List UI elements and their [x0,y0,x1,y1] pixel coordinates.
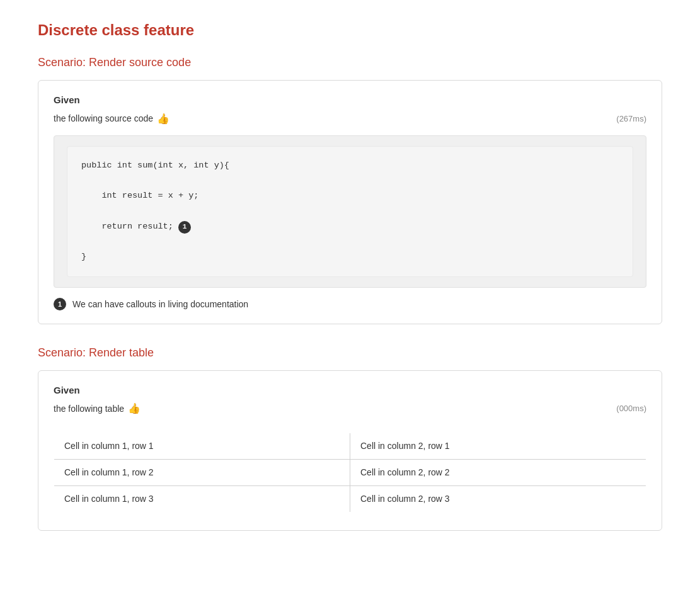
scenario2-step-text: the following table 👍 [54,401,141,416]
table-row: Cell in column 1, row 1Cell in column 2,… [54,433,646,460]
callout-circle-label: 1 [54,298,66,310]
table-cell: Cell in column 2, row 2 [350,460,646,486]
scenario1-title: Scenario: Render source code [38,54,662,71]
code-block: public int sum(int x, int y){ int result… [67,146,633,277]
scenario2-step-label: the following table [54,402,124,416]
scenario2-step-row: the following table 👍 (000ms) [54,401,646,416]
data-table: Cell in column 1, row 1Cell in column 2,… [54,433,646,513]
scenario1-step-label: the following source code [54,112,153,125]
table-cell: Cell in column 1, row 3 [54,486,350,513]
scenario2-box: Given the following table 👍 (000ms) Cell… [38,370,662,531]
page-title: Discrete class feature [38,19,662,42]
table-row: Cell in column 1, row 2Cell in column 2,… [54,460,646,486]
scenario2-title: Scenario: Render table [38,344,662,361]
table-cell: Cell in column 2, row 1 [350,433,646,460]
callout-marker: 1 [178,221,191,234]
callout-row: 1 We can have callouts in living documen… [54,298,646,311]
scenario2-timing: (000ms) [616,402,646,415]
thumbs-up-icon-2: 👍 [128,401,141,416]
code-outer: public int sum(int x, int y){ int result… [54,135,646,288]
scenario1-step-text: the following source code 👍 [54,111,169,127]
table-cell: Cell in column 1, row 2 [54,460,350,486]
scenario1-step-row: the following source code 👍 (267ms) [54,111,646,127]
table-cell: Cell in column 1, row 1 [54,433,350,460]
table-container: Cell in column 1, row 1Cell in column 2,… [54,425,646,518]
callout-text: We can have callouts in living documenta… [72,298,248,311]
scenario1-timing: (267ms) [616,113,646,125]
scenario1-given-label: Given [54,93,646,108]
table-cell: Cell in column 2, row 3 [350,486,646,513]
table-row: Cell in column 1, row 3Cell in column 2,… [54,486,646,513]
scenario2-given-label: Given [54,383,646,398]
thumbs-up-icon: 👍 [157,111,169,127]
scenario1-box: Given the following source code 👍 (267ms… [38,80,662,324]
